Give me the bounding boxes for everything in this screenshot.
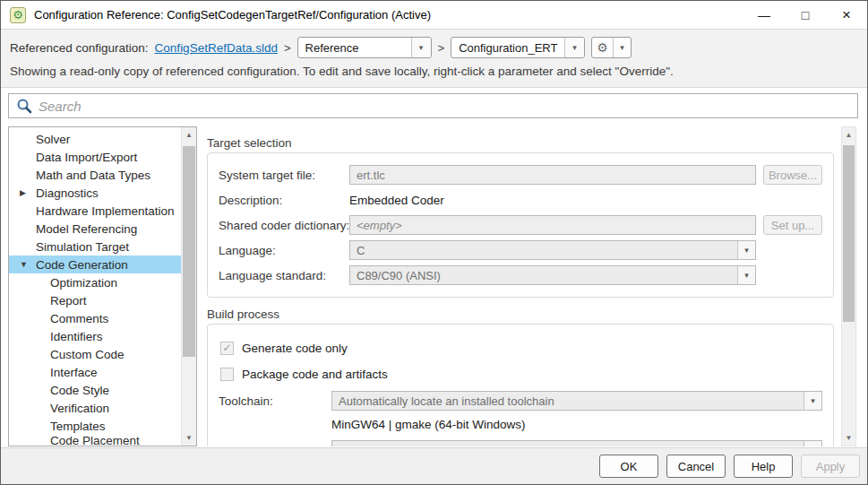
reference-type-combobox[interactable]: Reference ▾ xyxy=(297,37,432,58)
scroll-down-icon[interactable]: ▼ xyxy=(182,431,196,445)
sidebar-item-solver[interactable]: Solver xyxy=(9,130,181,148)
build-configuration-dropdown[interactable]: Faster Builds ▾ xyxy=(331,440,822,446)
tree-item-label: Math and Data Types xyxy=(36,169,150,182)
language-label: Language: xyxy=(219,244,342,257)
ok-button[interactable]: OK xyxy=(599,455,658,478)
sidebar-item-model-referencing[interactable]: Model Referencing xyxy=(9,220,181,238)
language-standard-label: Language standard: xyxy=(219,269,342,282)
reference-header: Referenced configuration: ConfigSetRefDa… xyxy=(1,29,867,88)
language-value: C xyxy=(350,244,737,257)
language-standard-value: C89/C90 (ANSI) xyxy=(350,269,737,282)
toolchain-dropdown[interactable]: Automatically locate an installed toolch… xyxy=(331,391,822,411)
shared-coder-dictionary-label: Shared coder dictionary: xyxy=(219,219,342,232)
tree-item-label: Templates xyxy=(50,420,106,433)
help-button[interactable]: Help xyxy=(734,455,793,478)
generate-code-only-row: ✓ Generate code only xyxy=(220,339,822,357)
tree-expander-icon[interactable]: ▼ xyxy=(20,260,36,269)
chevron-down-icon[interactable]: ▾ xyxy=(804,441,821,446)
generate-code-only-checkbox[interactable]: ✓ xyxy=(220,342,234,355)
sidebar-item-math-and-data-types[interactable]: Math and Data Types xyxy=(9,166,181,184)
package-code-label: Package code and artifacts xyxy=(242,368,388,381)
sidebar-item-custom-code[interactable]: Custom Code xyxy=(9,345,181,363)
package-code-row: ✓ Package code and artifacts xyxy=(220,365,822,383)
tree-item-label: Interface xyxy=(50,366,98,379)
sidebar-item-identifiers[interactable]: Identifiers xyxy=(9,327,181,345)
language-standard-row: Language standard: C89/C90 (ANSI) ▾ xyxy=(219,265,822,285)
search-input[interactable] xyxy=(39,99,857,114)
main-scrollbar[interactable]: ▲ ▼ xyxy=(841,126,856,446)
sidebar-item-code-style[interactable]: Code Style xyxy=(9,381,181,399)
referenced-configuration-row: Referenced configuration: ConfigSetRefDa… xyxy=(10,35,858,60)
configuration-combobox[interactable]: Configuration_ERT ▾ xyxy=(451,37,585,58)
tree-item-label: Optimization xyxy=(50,276,117,290)
checkmark-icon: ✓ xyxy=(222,342,231,353)
scrollbar-thumb[interactable] xyxy=(843,145,855,322)
system-target-file-input[interactable] xyxy=(349,165,756,185)
system-target-file-row: System target file: Browse... xyxy=(219,165,822,185)
configuration-actions-button[interactable]: ⚙ ▾ xyxy=(591,37,632,58)
browse-button[interactable]: Browse... xyxy=(763,165,822,185)
set-up-button[interactable]: Set up... xyxy=(763,215,822,235)
maximize-button[interactable]: □ xyxy=(785,1,826,29)
sidebar-item-data-import-export[interactable]: Data Import/Export xyxy=(9,148,181,166)
scroll-down-icon[interactable]: ▼ xyxy=(842,431,855,445)
sidebar-item-code-placement[interactable]: Code Placement xyxy=(9,435,181,446)
chevron-down-icon[interactable]: ▾ xyxy=(737,241,755,259)
toolchain-value: Automatically locate an installed toolch… xyxy=(332,394,804,408)
gear-icon[interactable]: ⚙ xyxy=(592,38,613,57)
apply-button[interactable]: Apply xyxy=(801,455,860,478)
sidebar-item-simulation-target[interactable]: Simulation Target xyxy=(9,238,181,255)
breadcrumb-separator: > xyxy=(438,41,445,55)
description-row: Description: Embedded Coder xyxy=(219,190,822,210)
sidebar-item-comments[interactable]: Comments xyxy=(9,309,181,327)
chevron-down-icon[interactable]: ▾ xyxy=(564,38,584,57)
tree-item-label: Diagnostics xyxy=(36,186,99,200)
chevron-down-icon[interactable]: ▾ xyxy=(613,38,631,57)
build-configuration-value: Faster Builds xyxy=(332,444,804,447)
search-box[interactable] xyxy=(8,93,858,118)
sidebar-item-hardware-implementation[interactable]: Hardware Implementation xyxy=(9,202,181,220)
build-configuration-label: Build configuration: xyxy=(219,444,324,447)
title-bar: ⚙ Configuration Reference: ConfigSetCode… xyxy=(1,1,867,29)
chevron-down-icon[interactable]: ▾ xyxy=(737,266,755,284)
language-dropdown[interactable]: C ▾ xyxy=(349,240,756,260)
configuration-reference-dialog: ⚙ Configuration Reference: ConfigSetCode… xyxy=(0,0,868,485)
close-button[interactable]: × xyxy=(826,1,867,29)
build-configuration-row: Build configuration: Faster Builds ▾ xyxy=(219,440,822,446)
sidebar-item-templates[interactable]: Templates xyxy=(9,417,181,435)
language-standard-dropdown[interactable]: C89/C90 (ANSI) ▾ xyxy=(349,265,756,285)
reference-type-value: Reference xyxy=(298,38,411,57)
chevron-down-icon[interactable]: ▾ xyxy=(804,392,821,410)
cancel-button[interactable]: Cancel xyxy=(666,455,726,478)
sidebar-item-interface[interactable]: Interface xyxy=(9,363,181,381)
sidebar-item-code-generation[interactable]: ▼ Code Generation xyxy=(9,255,181,273)
tree-scrollbar[interactable]: ▲ ▼ xyxy=(181,127,196,446)
toolchain-label: Toolchain: xyxy=(219,394,324,408)
scroll-up-icon[interactable]: ▲ xyxy=(842,128,855,142)
sidebar-item-diagnostics[interactable]: ▶ Diagnostics xyxy=(9,184,181,202)
sidebar-item-optimization[interactable]: Optimization xyxy=(9,273,181,291)
window-controls: — □ × xyxy=(743,1,867,29)
language-row: Language: C ▾ xyxy=(219,240,822,260)
package-code-checkbox[interactable]: ✓ xyxy=(220,368,234,381)
scrollbar-thumb[interactable] xyxy=(183,146,195,357)
minimize-button[interactable]: — xyxy=(743,1,785,29)
chevron-down-icon[interactable]: ▾ xyxy=(411,38,431,57)
data-dictionary-link[interactable]: ConfigSetRefData.sldd xyxy=(155,41,278,55)
sidebar-item-report[interactable]: Report xyxy=(9,291,181,309)
tree-item-label: Report xyxy=(50,294,87,307)
tree-expander-icon[interactable]: ▶ xyxy=(20,188,36,197)
target-selection-group: System target file: Browse... Descriptio… xyxy=(207,152,834,298)
tree-item-label: Identifiers xyxy=(50,330,103,343)
scroll-up-icon[interactable]: ▲ xyxy=(182,128,196,142)
tree-item-label: Code Generation xyxy=(36,258,128,272)
toolchain-detail-row: MinGW64 | gmake (64-bit Windows) xyxy=(219,416,822,435)
description-label: Description: xyxy=(219,194,342,207)
tree-item-label: Comments xyxy=(50,312,108,325)
generate-code-only-label: Generate code only xyxy=(242,342,348,355)
tree-item-label: Hardware Implementation xyxy=(36,204,175,218)
sidebar-item-verification[interactable]: Verification xyxy=(9,399,181,417)
shared-coder-dictionary-input[interactable] xyxy=(349,215,756,235)
dialog-footer: OK Cancel Help Apply xyxy=(1,447,867,484)
search-icon xyxy=(15,97,33,115)
